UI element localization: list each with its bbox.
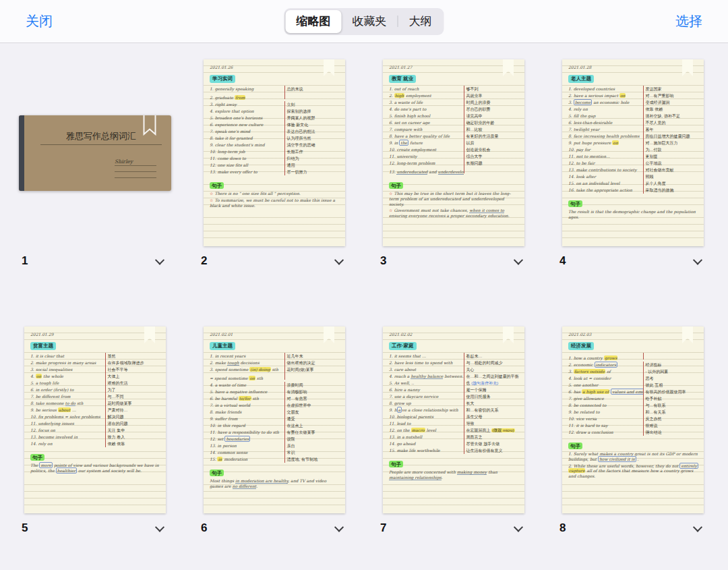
sentence-section: 句子People are more concerned with making … [389,456,520,482]
page-cell: 2021.02.02工作·家庭1. it seems that …看起来…2. … [377,326,530,536]
page-thumbnail[interactable]: 2021.02.02工作·家庭1. it seems that …看起来…2. … [383,326,524,513]
tab-outline[interactable]: 大纲 [398,10,443,33]
sentence-label-highlight: 句子 [210,469,224,477]
item-english: 11. university [389,153,464,160]
tab-favorites[interactable]: 收藏夹 [342,10,398,33]
list-item: 8. have a better quality of life有更好的生活质量 [389,133,520,140]
list-item: 7. use a daycare service使用日托服务 [389,393,520,400]
list-item: 5. broaden one's horizons开阔某人的视野 [210,115,340,121]
sentence-label: 句子 [389,456,520,468]
item-chinese: 长大 [464,400,520,407]
page-thumbnail[interactable]: 2021.01.28老人主题1. developed countries发达国家… [562,59,704,246]
item-chinese: 采取适当的措施 [643,187,699,194]
page-thumbnail[interactable]: 2021.02.01儿童主题1. in recent years近几年来2. m… [204,326,345,513]
page-topic-highlight: 经济发展 [568,342,594,350]
item-english: 1. developed countries [568,86,643,92]
sentence-label: 句子 [568,196,699,208]
page-date: 2021.02.03 [568,332,699,337]
page-menu-button[interactable] [510,254,527,268]
list-item: 13. make every offer to尽一切努力 [210,169,340,175]
item-english: 8. take it for granted [210,135,284,142]
list-item: 6. set on career age确定职业的年龄 [389,119,520,126]
item-english: 6. hire a nanny [389,387,464,393]
page-footer: 5 [22,521,169,536]
item-chinese: 看起来… [464,353,520,360]
item-english: 9. in the future [389,140,464,146]
list-item: 4. do one's part to尽自己的职责 [389,106,520,113]
item-chinese: 更别提 [643,153,699,160]
item-chinese: 给予补贴 [643,395,699,402]
page-date: 2021.02.01 [210,332,340,337]
page-thumbnail[interactable]: 2021.01.27教育 就业1. out of reach够不到2. high… [383,59,524,246]
list-item: 12. set boundaries设限 [210,436,340,443]
item-chinese: 发达国家 [643,86,699,92]
list-item: = spend sometime on sth [210,373,340,382]
page-cell: 雅思写作总纲词汇Shirley1 [19,59,171,268]
item-english: 11. it is hard to say [568,422,643,429]
page-thumbnail[interactable]: 2021.02.03经济发展1. how a country grows2. e… [562,326,704,513]
item-chinese: 够不到 [464,86,520,92]
item-english: 11. not to mention… [568,153,643,160]
list-item: 14. go ahead尽管去做 放手去做 [389,440,520,447]
page-menu-button[interactable] [151,521,169,536]
item-chinese: 雇一个保姆 [464,387,520,393]
page-footer: 8 [559,521,706,536]
vocab-list: 1. generally speaking总的来说2. graduate fro… [210,86,340,175]
tab-thumbnails[interactable]: 缩略图 [286,10,342,33]
select-button[interactable]: 选择 [675,12,702,30]
list-item: 3. right away立刻 [210,101,340,108]
item-chinese: 也 (放句首作补充) [464,380,520,387]
item-english: 4. on the whole [30,373,105,380]
item-chinese: 致力 卷入 [105,434,161,440]
page-thumbnail[interactable]: 2021.01.29贫富主题1. it is clear that显然2. ma… [24,326,166,513]
notebook-cover-thumbnail[interactable]: 雅思写作总纲词汇Shirley [19,115,171,191]
item-english: 8. take someone to do sth [30,400,105,407]
vocab-list: 1. developed countries发达国家2. have a seri… [568,86,699,194]
list-item: 4. rely on依靠 依赖 [568,106,699,113]
sentence-section: 句子☆This may be true in the short term bu… [389,177,520,220]
star-icon: ☆ [210,191,213,196]
page-date: 2021.02.02 [389,332,520,337]
item-chinese: 让生活有价值有意义 [464,447,520,454]
item-english: 10. create employment [389,146,464,153]
item-chinese: 在…和…之间达到健康的平衡 [464,373,520,380]
page-menu-button[interactable] [689,254,706,268]
item-chinese: 和…有关系 [643,409,699,416]
list-item: 6. be harmful to/for sth对…有危害 [210,395,340,402]
item-chinese: 艰难的生活 [105,380,161,387]
page-thumbnail[interactable]: 2021.01.26学习实词1. generally speaking总的来说2… [204,59,345,246]
item-english: 9. be related to [568,409,643,416]
item-chinese: 反之亦然 [643,416,699,422]
item-chinese: 社会不平等 [105,366,161,373]
item-chinese: 严肃对待… [105,407,161,414]
item-english: 16. take the appropriate action [568,187,643,194]
sentence-label-highlight: 句子 [568,443,582,450]
list-item: 3. become an economic hole变成经济漏洞 [568,99,699,106]
list-item: 9. be related to和…有关系 [568,409,699,416]
page-number: 5 [22,521,28,535]
tab-favorites-label: 收藏夹 [353,13,387,29]
sentence-line: The result is that the demographic chang… [568,209,699,220]
item-english: 1. out of reach [389,86,464,92]
thumbnail-area: 2021.01.27教育 就业1. out of reach够不到2. high… [377,59,530,246]
list-item: 9. put huge pressure on对…施加巨大压力 [568,140,699,146]
item-chinese: 在许多领域取得进步 [105,360,161,366]
item-chinese: 为…付款 [643,146,699,153]
sentence-section: 句子☆There is no " one size fits all " per… [210,177,340,209]
item-english: 5. broaden one's horizons [210,115,284,121]
item-chinese: 尽自己的职责 [464,106,520,113]
list-item: 10. long-term job长期工作 [210,148,340,155]
item-english: 4. explore that option [210,108,284,115]
page-menu-button[interactable] [151,254,169,268]
list-item: 1. out of reach够不到 [389,86,520,92]
list-item: 12. on the macro level在宏观层面上 (微观 micro) [389,427,520,434]
vocab-list: 1. out of reach够不到2. high employment高就业率… [389,86,520,175]
thumbnail-area: 2021.01.28老人主题1. developed countries发达国家… [557,59,709,246]
chevron-down-icon [693,523,702,532]
page-menu-button[interactable] [330,254,348,268]
page-topic: 教育 就业 [389,71,520,83]
page-menu-button[interactable] [689,521,706,536]
close-button[interactable]: 关闭 [26,12,53,30]
page-menu-button[interactable] [330,521,348,536]
page-menu-button[interactable] [510,521,527,536]
